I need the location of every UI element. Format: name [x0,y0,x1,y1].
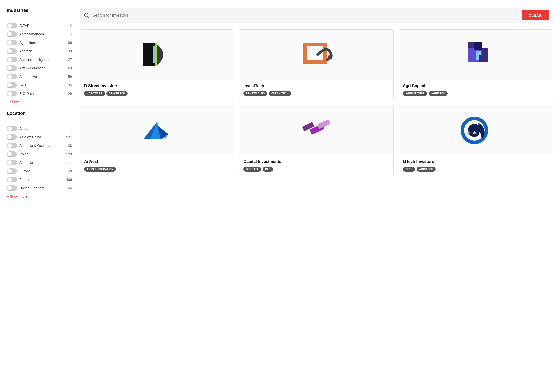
investor-card[interactable]: Capital Investments BIG DATAB2B [239,105,394,176]
card-name: Capital Investments [244,160,389,164]
toggle-australia[interactable] [7,160,17,166]
filter-item: Arts & Education 63 [7,64,72,72]
filter-item: United Kingdom 46 [7,184,72,192]
filter-label: Artificial Intelligence [20,58,50,62]
toggle-china[interactable] [7,152,17,157]
tag: HARDWARE [84,91,105,96]
toggle-france[interactable] [7,177,17,182]
location-filter-list: Africa 1 Asia ex-China 524 Australia & O… [7,124,72,192]
filter-count: 63 [68,66,72,70]
filter-label: Asia ex-China [20,135,41,139]
filter-item: Asia ex-China 524 [7,133,72,142]
card-logo [240,106,393,156]
svg-rect-13 [480,55,484,62]
investor-card[interactable]: Agri Capital AGRICULTUREAGRITECH [399,30,553,100]
filter-item: Europe 40 [7,167,72,176]
filter-label: China [20,152,29,156]
sidebar: Industries AV/AR 2 Adtech/martech 4 Agri… [7,8,72,384]
toggle-agritech[interactable] [7,48,17,54]
toggle-asia-ex-china[interactable] [7,134,17,140]
industries-show-more[interactable]: + Show more [7,100,28,104]
industries-title: Industries [7,8,72,13]
card-tags: BIG DATAB2B [244,167,389,172]
investor-card[interactable]: ArtVest ARTS & EDUCATION [80,105,234,176]
filter-label: Australia [20,161,33,165]
toggle-automotive[interactable] [7,74,17,80]
toggle-agriculture[interactable] [7,40,17,46]
tag: TECH [403,167,415,172]
search-icon [84,13,90,18]
svg-rect-5 [144,44,153,66]
card-logo [399,106,553,156]
filter-label: United Kingdom [20,186,44,190]
filter-count: 38 [68,144,72,148]
filter-item: Australia & Oceania 38 [7,142,72,150]
card-name: D Street Investors [84,84,230,88]
filter-item: China 128 [7,150,72,158]
search-input[interactable] [92,13,519,18]
toggle-adtech/martech[interactable] [7,32,17,37]
filter-label: BIG Data [20,92,34,96]
svg-rect-4 [155,44,157,66]
toggle-europe[interactable] [7,168,17,174]
tag: CLEAN TECH [269,91,291,96]
filter-count: 59 [68,75,72,79]
toggle-artificial-intelligence[interactable] [7,57,17,62]
svg-rect-20 [317,119,331,129]
filter-count: 128 [66,152,72,156]
tag: SPACETECH [106,91,128,96]
svg-point-0 [84,13,88,17]
filter-label: Adtech/martech [20,32,44,36]
card-body: Agri Capital AGRICULTUREAGRITECH [399,80,553,100]
filter-item: Africa 1 [7,124,72,133]
filter-count: 35 [68,83,72,87]
filter-label: AV/AR [20,24,30,28]
filter-count: 111 [66,161,72,165]
svg-rect-11 [474,42,482,50]
clear-button[interactable]: CLEAR [522,10,549,20]
tag: AGRICULTURE [403,91,428,96]
filter-label: Agritech [20,49,32,53]
investor-card[interactable]: MTech Investors TECHAGRITECH [399,105,553,176]
card-body: MTech Investors TECHAGRITECH [399,156,553,176]
svg-point-24 [473,132,476,134]
filter-label: Europe [20,169,31,173]
toggle-arts-&-education[interactable] [7,66,17,71]
svg-rect-3 [153,46,155,64]
location-show-more[interactable]: + Show more [7,194,28,198]
card-tags: HARDWARESPACETECH [84,91,230,96]
svg-line-1 [88,17,90,18]
toggle-big-data[interactable] [7,91,17,96]
investor-card[interactable]: InvestTech RENEWABLESCLEAN TECH [239,30,394,100]
card-name: InvestTech [244,84,389,88]
industries-filter-list: AV/AR 2 Adtech/martech 4 Agriculture 86 … [7,22,72,98]
filter-count: 30 [68,49,72,53]
filter-label: Automotive [20,75,37,79]
investor-card[interactable]: D Street Investors HARDWARESPACETECH [80,30,234,100]
tag: ARTS & EDUCATION [84,167,116,172]
tag: BIG DATA [244,167,261,172]
svg-point-23 [467,132,470,134]
card-body: D Street Investors HARDWARESPACETECH [80,80,234,100]
toggle-africa[interactable] [7,126,17,132]
search-bar: CLEAR [80,8,553,24]
tag: AGRITECH [429,91,448,96]
toggle-australia-&-oceania[interactable] [7,143,17,148]
card-logo [80,106,234,156]
card-tags: RENEWABLESCLEAN TECH [244,91,389,96]
toggle-b2b[interactable] [7,82,17,88]
filter-count: 29 [68,92,72,96]
filter-item: AV/AR 2 [7,22,72,30]
filter-item: BIG Data 29 [7,90,72,98]
card-logo [399,30,553,80]
filter-count: 4 [70,32,72,36]
filter-item: Australia 111 [7,158,72,167]
toggle-av/ar[interactable] [7,23,17,28]
filter-label: Arts & Education [20,66,46,70]
filter-count: 46 [68,186,72,190]
toggle-united-kingdom[interactable] [7,186,17,191]
card-tags: ARTS & EDUCATION [84,167,230,172]
card-tags: AGRICULTUREAGRITECH [403,91,549,96]
filter-item: B2B 35 [7,81,72,90]
tag: B2B [263,167,273,172]
